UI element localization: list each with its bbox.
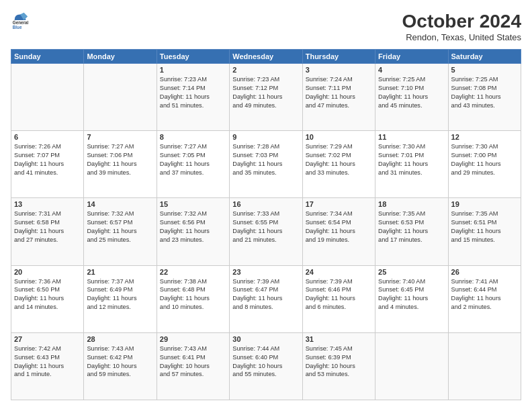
day-info: Sunrise: 7:44 AMSunset: 6:40 PMDaylight:…	[232, 345, 299, 379]
svg-text:General: General	[13, 20, 29, 25]
day-number: 11	[378, 133, 445, 141]
day-cell: 6Sunrise: 7:26 AMSunset: 7:07 PMDaylight…	[11, 131, 84, 198]
day-number: 31	[306, 335, 372, 343]
header: General Blue October 2024 Rendon, Texas,…	[11, 11, 521, 42]
day-cell: 11Sunrise: 7:30 AMSunset: 7:01 PMDayligh…	[375, 131, 448, 198]
day-cell: 15Sunrise: 7:32 AMSunset: 6:56 PMDayligh…	[157, 198, 229, 265]
day-cell: 29Sunrise: 7:43 AMSunset: 6:41 PMDayligh…	[157, 332, 229, 400]
day-cell: 2Sunrise: 7:23 AMSunset: 7:12 PMDaylight…	[230, 64, 302, 131]
day-number: 26	[451, 268, 518, 276]
day-cell	[11, 64, 84, 131]
day-info: Sunrise: 7:34 AMSunset: 6:54 PMDaylight:…	[306, 210, 372, 244]
header-right: October 2024 Rendon, Texas, United State…	[402, 11, 521, 42]
day-info: Sunrise: 7:45 AMSunset: 6:39 PMDaylight:…	[306, 345, 372, 379]
day-number: 18	[378, 200, 445, 208]
day-info: Sunrise: 7:43 AMSunset: 6:41 PMDaylight:…	[160, 345, 226, 379]
day-number: 22	[160, 268, 226, 276]
weekday-header-saturday: Saturday	[448, 50, 521, 64]
day-cell: 17Sunrise: 7:34 AMSunset: 6:54 PMDayligh…	[302, 198, 375, 265]
day-cell: 20Sunrise: 7:36 AMSunset: 6:50 PMDayligh…	[11, 265, 84, 332]
day-info: Sunrise: 7:32 AMSunset: 6:56 PMDaylight:…	[160, 210, 226, 244]
day-info: Sunrise: 7:24 AMSunset: 7:11 PMDaylight:…	[306, 75, 372, 110]
logo: General Blue	[11, 11, 30, 30]
day-number: 17	[306, 200, 372, 208]
week-row-1: 1Sunrise: 7:23 AMSunset: 7:14 PMDaylight…	[11, 64, 521, 131]
day-number: 19	[451, 200, 518, 208]
day-number: 6	[14, 133, 81, 141]
day-number: 28	[87, 335, 153, 343]
day-cell: 30Sunrise: 7:44 AMSunset: 6:40 PMDayligh…	[230, 332, 302, 400]
day-cell	[375, 332, 448, 400]
day-info: Sunrise: 7:27 AMSunset: 7:05 PMDaylight:…	[160, 142, 226, 177]
day-number: 8	[160, 133, 226, 141]
day-cell: 27Sunrise: 7:42 AMSunset: 6:43 PMDayligh…	[11, 332, 84, 400]
day-number: 15	[160, 200, 226, 208]
day-info: Sunrise: 7:28 AMSunset: 7:03 PMDaylight:…	[232, 142, 299, 177]
day-number: 16	[232, 200, 299, 208]
day-cell: 10Sunrise: 7:29 AMSunset: 7:02 PMDayligh…	[302, 131, 375, 198]
week-row-2: 6Sunrise: 7:26 AMSunset: 7:07 PMDaylight…	[11, 131, 521, 198]
day-cell: 24Sunrise: 7:39 AMSunset: 6:46 PMDayligh…	[302, 265, 375, 332]
weekday-header-friday: Friday	[375, 50, 448, 64]
logo-icon: General Blue	[11, 11, 30, 30]
day-number: 24	[306, 268, 372, 276]
week-row-3: 13Sunrise: 7:31 AMSunset: 6:58 PMDayligh…	[11, 198, 521, 265]
day-cell: 1Sunrise: 7:23 AMSunset: 7:14 PMDaylight…	[157, 64, 229, 131]
location: Rendon, Texas, United States	[402, 32, 521, 42]
day-info: Sunrise: 7:36 AMSunset: 6:50 PMDaylight:…	[14, 277, 81, 312]
day-cell: 18Sunrise: 7:35 AMSunset: 6:53 PMDayligh…	[375, 198, 448, 265]
day-info: Sunrise: 7:42 AMSunset: 6:43 PMDaylight:…	[14, 345, 81, 379]
month-title: October 2024	[402, 11, 521, 32]
day-cell: 4Sunrise: 7:25 AMSunset: 7:10 PMDaylight…	[375, 64, 448, 131]
day-number: 25	[378, 268, 445, 276]
day-number: 13	[14, 200, 81, 208]
day-cell	[84, 64, 157, 131]
day-cell: 23Sunrise: 7:39 AMSunset: 6:47 PMDayligh…	[230, 265, 302, 332]
day-number: 21	[87, 268, 153, 276]
day-number: 4	[378, 66, 445, 74]
day-info: Sunrise: 7:39 AMSunset: 6:47 PMDaylight:…	[232, 277, 299, 312]
day-info: Sunrise: 7:31 AMSunset: 6:58 PMDaylight:…	[14, 210, 81, 244]
day-number: 3	[306, 66, 372, 74]
day-info: Sunrise: 7:23 AMSunset: 7:14 PMDaylight:…	[160, 75, 226, 110]
day-number: 23	[232, 268, 299, 276]
day-cell: 3Sunrise: 7:24 AMSunset: 7:11 PMDaylight…	[302, 64, 375, 131]
day-cell: 8Sunrise: 7:27 AMSunset: 7:05 PMDaylight…	[157, 131, 229, 198]
day-info: Sunrise: 7:23 AMSunset: 7:12 PMDaylight:…	[232, 75, 299, 110]
weekday-header-monday: Monday	[84, 50, 157, 64]
day-cell: 12Sunrise: 7:30 AMSunset: 7:00 PMDayligh…	[448, 131, 521, 198]
day-info: Sunrise: 7:41 AMSunset: 6:44 PMDaylight:…	[451, 277, 518, 312]
day-info: Sunrise: 7:25 AMSunset: 7:10 PMDaylight:…	[378, 75, 445, 110]
day-info: Sunrise: 7:29 AMSunset: 7:02 PMDaylight:…	[306, 142, 372, 177]
day-info: Sunrise: 7:26 AMSunset: 7:07 PMDaylight:…	[14, 142, 81, 177]
day-info: Sunrise: 7:39 AMSunset: 6:46 PMDaylight:…	[306, 277, 372, 312]
day-info: Sunrise: 7:30 AMSunset: 7:00 PMDaylight:…	[451, 142, 518, 177]
day-number: 2	[232, 66, 299, 74]
day-cell: 14Sunrise: 7:32 AMSunset: 6:57 PMDayligh…	[84, 198, 157, 265]
day-number: 20	[14, 268, 81, 276]
day-cell: 19Sunrise: 7:35 AMSunset: 6:51 PMDayligh…	[448, 198, 521, 265]
day-number: 30	[232, 335, 299, 343]
day-info: Sunrise: 7:35 AMSunset: 6:53 PMDaylight:…	[378, 210, 445, 244]
day-info: Sunrise: 7:30 AMSunset: 7:01 PMDaylight:…	[378, 142, 445, 177]
day-cell: 26Sunrise: 7:41 AMSunset: 6:44 PMDayligh…	[448, 265, 521, 332]
day-cell	[448, 332, 521, 400]
weekday-header-wednesday: Wednesday	[230, 50, 302, 64]
weekday-header-tuesday: Tuesday	[157, 50, 229, 64]
day-cell: 22Sunrise: 7:38 AMSunset: 6:48 PMDayligh…	[157, 265, 229, 332]
day-cell: 13Sunrise: 7:31 AMSunset: 6:58 PMDayligh…	[11, 198, 84, 265]
day-cell: 21Sunrise: 7:37 AMSunset: 6:49 PMDayligh…	[84, 265, 157, 332]
day-info: Sunrise: 7:40 AMSunset: 6:45 PMDaylight:…	[378, 277, 445, 312]
day-cell: 5Sunrise: 7:25 AMSunset: 7:08 PMDaylight…	[448, 64, 521, 131]
weekday-header-thursday: Thursday	[302, 50, 375, 64]
page: General Blue October 2024 Rendon, Texas,…	[0, 0, 532, 411]
svg-text:Blue: Blue	[13, 25, 22, 30]
day-info: Sunrise: 7:33 AMSunset: 6:55 PMDaylight:…	[232, 210, 299, 244]
day-cell: 9Sunrise: 7:28 AMSunset: 7:03 PMDaylight…	[230, 131, 302, 198]
calendar: SundayMondayTuesdayWednesdayThursdayFrid…	[11, 49, 521, 400]
day-info: Sunrise: 7:38 AMSunset: 6:48 PMDaylight:…	[160, 277, 226, 312]
day-number: 14	[87, 200, 153, 208]
day-number: 5	[451, 66, 518, 74]
day-number: 10	[306, 133, 372, 141]
day-info: Sunrise: 7:43 AMSunset: 6:42 PMDaylight:…	[87, 345, 153, 379]
